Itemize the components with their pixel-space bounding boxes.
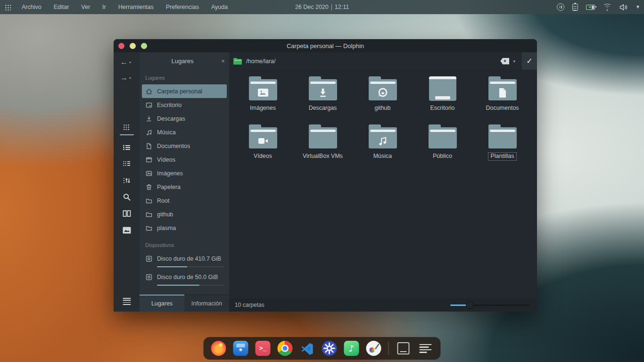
status-text: 10 carpetas — [235, 302, 450, 308]
compact-view-button[interactable] — [123, 160, 131, 168]
device-item[interactable]: Disco duro de 410.7 GiB — [140, 252, 229, 267]
panel-tabs: Lugares Información — [140, 295, 229, 312]
sidebar-item-imagenes[interactable]: Imágenes — [142, 166, 227, 180]
panel-close-icon[interactable]: × — [217, 58, 229, 65]
icons-view-button[interactable] — [123, 123, 131, 132]
menu-editar[interactable]: Editar — [48, 0, 75, 14]
folder-item-videos[interactable]: Vídeos — [233, 124, 293, 173]
menu-ver[interactable]: Ver — [75, 0, 96, 14]
hard-drive-icon — [145, 273, 153, 281]
menu-herramientas[interactable]: Herramientas — [112, 0, 160, 14]
folder-icon — [428, 124, 457, 149]
forward-button[interactable]: →▾ — [114, 68, 140, 83]
task-list-icon[interactable] — [420, 341, 432, 356]
media-pause-icon[interactable] — [557, 3, 564, 11]
folder-icon — [145, 224, 153, 232]
sidebar-item-root[interactable]: Root — [142, 194, 227, 207]
sidebar-item-github[interactable]: github — [142, 207, 227, 221]
folder-icon — [488, 76, 517, 101]
menu-hamburger-icon[interactable] — [123, 297, 131, 306]
folder-icon — [308, 76, 338, 101]
folder-item-musica[interactable]: Música — [353, 124, 413, 173]
application-launcher-icon[interactable] — [4, 4, 11, 10]
clock-separator — [331, 4, 332, 10]
tab-informacion[interactable]: Información — [184, 295, 229, 312]
status-bar: 10 carpetas — [229, 298, 537, 312]
battery-charging-icon[interactable] — [586, 5, 595, 10]
forward-dropdown-icon[interactable]: ▾ — [129, 76, 131, 80]
download-emblem-icon — [308, 84, 338, 101]
clipboard-icon[interactable] — [572, 4, 578, 11]
menu-archivo[interactable]: Archivo — [16, 0, 48, 14]
sidebar-item-videos[interactable]: Vídeos — [142, 153, 227, 166]
back-button[interactable]: ←▾ — [114, 52, 140, 68]
folder-item-escritorio[interactable]: Escritorio — [413, 76, 472, 124]
sidebar-item-plasma[interactable]: plasma — [142, 221, 227, 235]
sidebar-item-descargas[interactable]: Descargas — [142, 112, 227, 125]
menu-ayuda[interactable]: Ayuda — [205, 0, 234, 14]
sort-button[interactable] — [123, 176, 131, 185]
details-view-button[interactable] — [123, 143, 131, 152]
close-window-button[interactable] — [118, 43, 124, 49]
wifi-icon[interactable] — [603, 4, 611, 10]
volume-icon[interactable] — [619, 4, 627, 11]
sidebar-item-musica[interactable]: Música — [142, 125, 227, 139]
clear-text-icon[interactable]: × — [500, 58, 509, 65]
minimize-window-button[interactable] — [130, 43, 136, 49]
details-view-icon — [123, 144, 131, 151]
sidebar-item-carpeta-personal[interactable]: Carpeta personal — [142, 84, 227, 98]
chrome-icon[interactable] — [278, 341, 293, 356]
folder-item-documentos[interactable]: Documentos — [472, 76, 532, 124]
color-picker-icon[interactable] — [366, 341, 381, 356]
sidebar-item-escritorio[interactable]: Escritorio — [142, 98, 227, 112]
preview-icon — [123, 227, 131, 234]
tab-lugares[interactable]: Lugares — [140, 295, 184, 312]
active-view-indicator — [120, 134, 134, 135]
device-item[interactable]: Disco duro de 50.0 GiB — [140, 270, 229, 286]
window-controls — [118, 43, 147, 49]
zoom-slider[interactable] — [450, 304, 529, 306]
top-panel: Archivo Editar Ver Ir Herramientas Prefe… — [0, 0, 644, 14]
preview-button[interactable] — [123, 226, 131, 234]
sidebar-item-label: Papelera — [157, 184, 181, 190]
music-icon — [145, 129, 153, 136]
titlebar[interactable]: Carpeta personal — Dolphin — [114, 39, 537, 52]
folder-label: Imágenes — [248, 105, 278, 112]
folder-item-publico[interactable]: Público — [413, 124, 472, 173]
chevron-down-icon[interactable]: ▼ — [636, 5, 640, 9]
sidebar-item-label: github — [157, 211, 173, 218]
menu-preferencias[interactable]: Preferencias — [160, 0, 205, 14]
device-label: Disco duro de 410.7 GiB — [157, 255, 221, 262]
show-desktop-icon[interactable] — [397, 342, 410, 354]
sort-icon — [123, 177, 131, 184]
maximize-window-button[interactable] — [141, 43, 147, 49]
folder-item-imagenes[interactable]: Imágenes — [233, 76, 293, 124]
home-icon — [145, 88, 153, 95]
sidebar-item-papelera[interactable]: Papelera — [142, 180, 227, 194]
file-manager-icon[interactable] — [233, 341, 248, 356]
vscode-icon[interactable] — [300, 341, 315, 356]
system-settings-icon[interactable] — [322, 341, 337, 356]
terminal-icon[interactable]: >_ — [256, 341, 271, 356]
address-bar[interactable]: /home/lara/ × ▾ ✓ — [229, 52, 537, 70]
document-emblem-icon — [488, 84, 517, 101]
folder-item-virtualbox-vms[interactable]: VirtualBox VMs — [293, 124, 353, 173]
device-capacity-bar — [157, 285, 224, 286]
accept-location-button[interactable]: ✓ — [522, 52, 537, 70]
address-path[interactable]: /home/lara/ — [246, 58, 500, 65]
folder-label: Música — [372, 153, 394, 160]
back-dropdown-icon[interactable]: ▾ — [129, 60, 131, 65]
sidebar-item-label: Root — [157, 197, 169, 204]
folder-item-descargas[interactable]: Descargas — [293, 76, 353, 124]
menu-ir[interactable]: Ir — [96, 0, 112, 14]
music-app-icon[interactable]: ♪ — [344, 341, 359, 356]
firefox-icon[interactable] — [211, 341, 226, 356]
split-view-button[interactable] — [123, 209, 131, 218]
sidebar-item-documentos[interactable]: Documentos — [142, 139, 227, 153]
folder-icon — [145, 211, 153, 218]
address-dropdown-icon[interactable]: ▾ — [513, 59, 515, 64]
search-button[interactable] — [123, 193, 131, 201]
folder-item-github[interactable]: github — [353, 76, 413, 124]
folder-item-plantillas[interactable]: Plantillas — [472, 124, 532, 173]
device-label: Disco duro de 50.0 GiB — [157, 274, 218, 280]
